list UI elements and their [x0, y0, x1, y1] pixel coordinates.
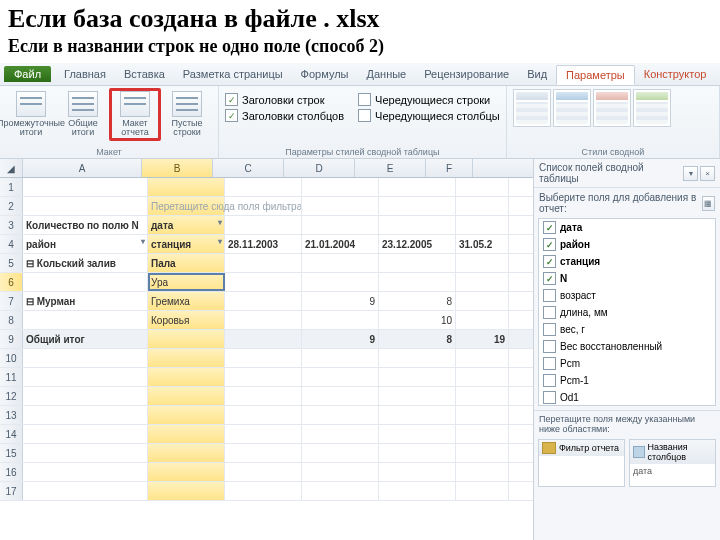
checkbox-icon	[543, 323, 556, 336]
field-label: длина, мм	[560, 307, 608, 318]
field-item[interactable]: ✓N	[539, 270, 715, 287]
row-header-active[interactable]: 6	[0, 273, 23, 291]
ribbon: Промежуточные итоги Общие итоги Макет от…	[0, 86, 720, 159]
row-header[interactable]: 16	[0, 463, 23, 481]
blank-rows-icon	[172, 91, 202, 117]
worksheet[interactable]: ◢ A B C D E F 1 2Перетащите сюда поля фи…	[0, 159, 533, 540]
field-item[interactable]: возраст	[539, 287, 715, 304]
style-gallery[interactable]	[513, 89, 713, 127]
zone-item[interactable]: дата	[630, 464, 715, 486]
pivot-item: Пала	[148, 254, 225, 272]
date-header: 23.12.2005	[379, 235, 456, 253]
field-label: Pcm	[560, 358, 580, 369]
tab-data[interactable]: Данные	[357, 65, 415, 83]
zone-report-filter[interactable]: Фильтр отчета	[538, 439, 625, 487]
style-swatch[interactable]	[633, 89, 671, 127]
field-list-pane: Список полей сводной таблицы▾× Выберите …	[533, 159, 720, 540]
field-item[interactable]: длина, мм	[539, 304, 715, 321]
tab-insert[interactable]: Вставка	[115, 65, 174, 83]
field-item[interactable]: вес, г	[539, 321, 715, 338]
row-header[interactable]: 13	[0, 406, 23, 424]
report-layout-button[interactable]: Макет отчета	[109, 88, 161, 141]
field-item[interactable]: ✓дата	[539, 219, 715, 236]
row-header[interactable]: 8	[0, 311, 23, 329]
pivot-total: 9	[302, 330, 379, 348]
pivot-row-field[interactable]: станция	[148, 235, 225, 253]
tab-formulas[interactable]: Формулы	[292, 65, 358, 83]
field-label: возраст	[560, 290, 596, 301]
pivot-value: 8	[379, 292, 456, 310]
slide-header: Если база создана в файле . xlsx Если в …	[0, 0, 720, 57]
row-header[interactable]: 1	[0, 178, 23, 196]
row-header[interactable]: 17	[0, 482, 23, 500]
row-header[interactable]: 4	[0, 235, 23, 253]
row-header[interactable]: 2	[0, 197, 23, 215]
col-header[interactable]: A	[23, 159, 142, 177]
pivot-group[interactable]: ⊟ Мурман	[23, 292, 148, 310]
field-item[interactable]: Pcm	[539, 355, 715, 372]
row-header[interactable]: 3	[0, 216, 23, 234]
pivot-item: Гремиха	[148, 292, 225, 310]
pane-menu-icon[interactable]: ▾	[683, 166, 698, 181]
col-header[interactable]: F	[426, 159, 473, 177]
field-item[interactable]: ✓район	[539, 236, 715, 253]
tab-home[interactable]: Главная	[55, 65, 115, 83]
field-label: Pcm-1	[560, 375, 589, 386]
row-header[interactable]: 11	[0, 368, 23, 386]
col-header[interactable]: E	[355, 159, 426, 177]
date-header: 21.01.2004	[302, 235, 379, 253]
field-item[interactable]: Вес восстановленный	[539, 338, 715, 355]
pivot-group[interactable]: ⊟ Кольский залив	[23, 254, 148, 272]
col-header[interactable]: C	[213, 159, 284, 177]
field-label: дата	[560, 222, 582, 233]
checkbox-icon	[358, 109, 371, 122]
pivot-row-field[interactable]: район	[23, 235, 148, 253]
row-header[interactable]: 15	[0, 444, 23, 462]
excel-window: Файл Главная Вставка Разметка страницы Ф…	[0, 63, 720, 540]
row-header[interactable]: 14	[0, 425, 23, 443]
grand-totals-button[interactable]: Общие итоги	[58, 89, 108, 140]
field-label: станция	[560, 256, 600, 267]
row-header[interactable]: 5	[0, 254, 23, 272]
row-header[interactable]: 10	[0, 349, 23, 367]
row-header[interactable]: 9	[0, 330, 23, 348]
date-header: 28.11.2003	[225, 235, 302, 253]
group-label-layout: Макет	[6, 146, 212, 157]
style-swatch[interactable]	[593, 89, 631, 127]
group-label-opts: Параметры стилей сводной таблицы	[225, 146, 500, 157]
tab-pagelayout[interactable]: Разметка страницы	[174, 65, 292, 83]
tab-design[interactable]: Конструктор	[635, 65, 716, 83]
banded-cols-checkbox[interactable]: Чередующиеся столбцы	[375, 110, 500, 122]
style-swatch[interactable]	[553, 89, 591, 127]
style-swatch[interactable]	[513, 89, 551, 127]
tab-options[interactable]: Параметры	[556, 65, 635, 85]
select-all-cell[interactable]: ◢	[0, 159, 23, 177]
active-cell[interactable]: Ура	[148, 273, 225, 291]
row-header[interactable]: 12	[0, 387, 23, 405]
tab-view[interactable]: Вид	[518, 65, 556, 83]
field-label: район	[560, 239, 590, 250]
field-label: N	[560, 273, 567, 284]
col-header-active[interactable]: B	[142, 159, 213, 177]
zone-column-labels[interactable]: Названия столбцов дата	[629, 439, 716, 487]
field-item[interactable]: Pcm-1	[539, 372, 715, 389]
col-header[interactable]: D	[284, 159, 355, 177]
col-headers-checkbox[interactable]: Заголовки столбцов	[242, 110, 344, 122]
banded-rows-checkbox[interactable]: Чередующиеся строки	[375, 94, 490, 106]
columns-icon	[633, 446, 645, 458]
field-item[interactable]: Od1	[539, 389, 715, 406]
row-headers-checkbox[interactable]: Заголовки строк	[242, 94, 325, 106]
layout-icon[interactable]: ▦	[702, 196, 715, 211]
file-tab[interactable]: Файл	[4, 66, 51, 82]
field-item[interactable]: ✓станция	[539, 253, 715, 270]
pivot-col-field[interactable]: дата	[148, 216, 225, 234]
field-list[interactable]: ✓дата✓район✓станция✓Nвозрастдлина, ммвес…	[538, 218, 716, 406]
tab-review[interactable]: Рецензирование	[415, 65, 518, 83]
row-header[interactable]: 7	[0, 292, 23, 310]
close-icon[interactable]: ×	[700, 166, 715, 181]
blank-rows-button[interactable]: Пустые строки	[162, 89, 212, 140]
check-icon: ✓	[225, 109, 238, 122]
subtotals-button[interactable]: Промежуточные итоги	[6, 89, 56, 140]
pivot-item: Коровья	[148, 311, 225, 329]
subtotals-icon	[16, 91, 46, 117]
